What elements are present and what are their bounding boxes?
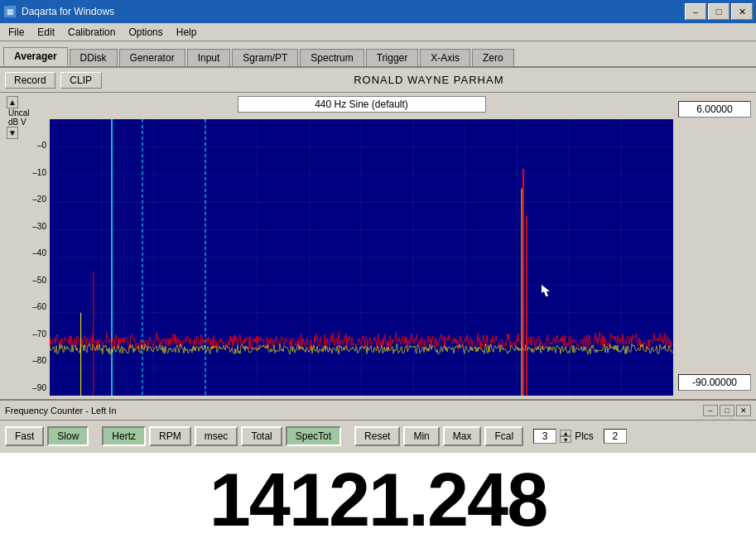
tab-bar: Averager DDisk Generator Input Sgram/PT … <box>0 41 756 68</box>
min-button[interactable]: Min <box>403 426 439 446</box>
slow-button[interactable]: Slow <box>47 426 89 446</box>
y-axis: ▲ Uncal dB V ▼ –0 –10 –20 –30 –40 –50 –6… <box>0 93 50 399</box>
right-value[interactable]: 2 <box>604 429 627 444</box>
y-unit-labels: ▲ Uncal dB V ▼ <box>0 96 50 139</box>
tab-generator[interactable]: Generator <box>119 49 185 66</box>
y-tick-40: –40 <box>0 248 46 257</box>
title-bar-left: ▦ Daqarta for Windows <box>3 5 114 18</box>
tab-xaxis[interactable]: X-Axis <box>420 49 470 66</box>
freq-panel-title-bar: Frequency Counter - Left In – □ ✕ <box>0 401 756 420</box>
user-name-label: RONALD WAYNE PARHAM <box>354 74 503 86</box>
menu-calibration[interactable]: Calibration <box>61 25 122 40</box>
close-button[interactable]: ✕ <box>731 3 753 20</box>
top-value-box[interactable]: 6.00000 <box>678 101 751 118</box>
y-tick-30: –30 <box>0 222 46 231</box>
bottom-value-box[interactable]: -90.00000 <box>678 374 751 391</box>
record-button[interactable]: Record <box>5 72 55 89</box>
spectot-button[interactable]: SpecTot <box>286 426 341 446</box>
tab-sgram[interactable]: Sgram/PT <box>232 49 298 66</box>
spinner-value[interactable]: 3 <box>533 429 556 444</box>
hertz-button[interactable]: Hertz <box>102 426 146 446</box>
freq-minimize-button[interactable]: – <box>703 405 718 416</box>
tab-averager[interactable]: Averager <box>3 47 68 66</box>
title-bar: ▦ Daqarta for Windows – □ ✕ <box>0 0 756 23</box>
freq-maximize-button[interactable]: □ <box>720 405 734 416</box>
big-number-area: 14121.248 <box>0 452 756 543</box>
y-unit-bottom: dB V <box>7 118 26 127</box>
y-tick-80: –80 <box>0 356 46 365</box>
spinner-controls: ▲ ▼ <box>560 430 571 443</box>
clip-button[interactable]: CLIP <box>60 72 102 89</box>
spectrum-canvas <box>50 119 673 396</box>
freq-button-row: Fast Slow Hertz RPM msec Total SpecTot R… <box>0 420 756 452</box>
chart-title: 440 Hz Sine (default) <box>238 96 486 113</box>
y-ticks: –0 –10 –20 –30 –40 –50 –60 –70 –80 –90 <box>0 141 50 399</box>
spinner-down-button[interactable]: ▼ <box>560 436 571 443</box>
menu-file[interactable]: File <box>2 25 31 40</box>
y-tick-10: –10 <box>0 168 46 177</box>
y-tick-20: –20 <box>0 195 46 204</box>
app-title: Daqarta for Windows <box>22 6 114 17</box>
main-area: ▲ Uncal dB V ▼ –0 –10 –20 –30 –40 –50 –6… <box>0 93 756 399</box>
plcs-label: Plcs <box>575 430 594 442</box>
max-button[interactable]: Max <box>443 426 482 446</box>
menu-edit[interactable]: Edit <box>31 25 61 40</box>
tab-trigger[interactable]: Trigger <box>366 49 419 66</box>
y-tick-50: –50 <box>0 276 46 285</box>
reset-button[interactable]: Reset <box>354 426 400 446</box>
title-bar-controls: – □ ✕ <box>685 3 753 20</box>
y-down-button[interactable]: ▼ <box>7 127 18 139</box>
y-up-button[interactable]: ▲ <box>7 96 18 108</box>
rpm-button[interactable]: RPM <box>149 426 191 446</box>
freq-close-button[interactable]: ✕ <box>736 405 751 416</box>
y-tick-60: –60 <box>0 302 46 311</box>
freq-panel-window-controls: – □ ✕ <box>703 405 751 416</box>
tab-ddisk[interactable]: DDisk <box>70 49 118 66</box>
toolbar-row: Record CLIP RONALD WAYNE PARHAM <box>0 68 756 93</box>
tab-spectrum[interactable]: Spectrum <box>300 49 364 66</box>
spectrum-chart[interactable] <box>50 119 673 396</box>
freq-panel-title: Frequency Counter - Left In <box>5 406 117 416</box>
menu-bar: File Edit Calibration Options Help <box>0 23 756 41</box>
minimize-button[interactable]: – <box>685 3 706 20</box>
menu-help[interactable]: Help <box>170 25 204 40</box>
app-icon: ▦ <box>3 5 17 18</box>
fast-button[interactable]: Fast <box>5 426 44 446</box>
frequency-display: 14121.248 <box>209 458 547 543</box>
chart-wrapper: 440 Hz Sine (default) <box>50 93 673 399</box>
y-unit-top: Uncal <box>7 108 30 118</box>
total-button[interactable]: Total <box>241 426 282 446</box>
msec-button[interactable]: msec <box>195 426 238 446</box>
y-tick-70: –70 <box>0 329 46 339</box>
tab-input[interactable]: Input <box>187 49 231 66</box>
right-panel: 6.00000 -90.00000 <box>673 93 756 399</box>
tab-zero[interactable]: Zero <box>472 49 514 66</box>
fcal-button[interactable]: Fcal <box>484 426 523 446</box>
y-tick-0: –0 <box>0 141 46 150</box>
maximize-button[interactable]: □ <box>708 3 730 20</box>
menu-options[interactable]: Options <box>122 25 169 40</box>
y-tick-90: –90 <box>0 383 46 392</box>
freq-counter-panel: Frequency Counter - Left In – □ ✕ Fast S… <box>0 399 756 543</box>
spinner-up-button[interactable]: ▲ <box>560 430 571 436</box>
